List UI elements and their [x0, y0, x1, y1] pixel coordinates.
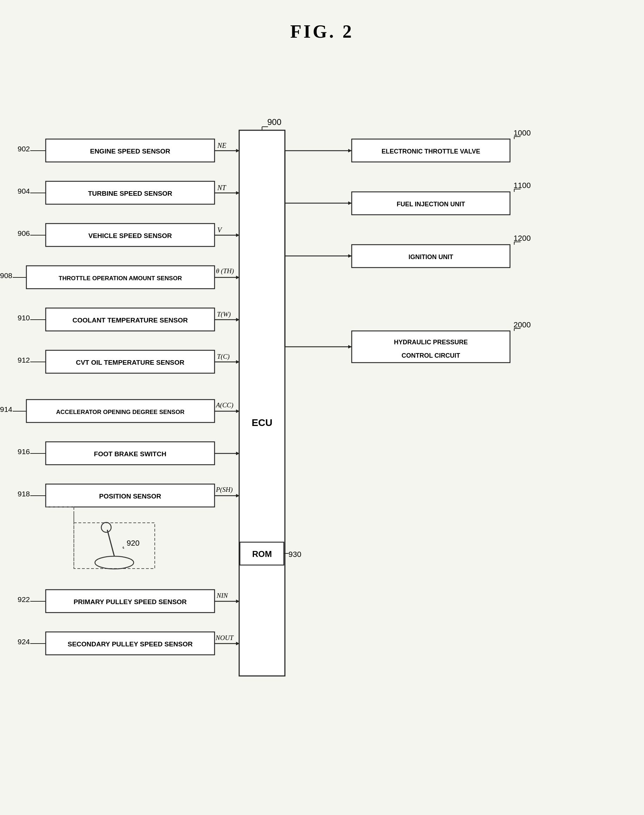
sensor-906-label: VEHICLE SPEED SENSOR — [88, 232, 172, 239]
sensor-924-id: 924 — [18, 638, 30, 646]
sensor-910-label: COOLANT TEMPERATURE SENSOR — [72, 317, 188, 324]
signal-tw: T(W) — [217, 311, 231, 318]
signal-acc: A(CC) — [215, 401, 233, 409]
signal-nt: NT — [217, 184, 227, 192]
sensor-904-label: TURBINE SPEED SENSOR — [88, 190, 172, 197]
output-2000-label-2: CONTROL CIRCUIT — [402, 352, 460, 359]
rom-number: 930 — [288, 550, 301, 559]
output-1100-label: FUEL INJECTION UNIT — [397, 201, 465, 208]
signal-th: θ (TH) — [216, 267, 234, 275]
output-2000-label-1: HYDRAULIC PRESSURE — [394, 339, 468, 346]
svg-rect-0 — [239, 130, 285, 676]
figure-title: FIG. 2 — [0, 0, 644, 42]
sensor-910-id: 910 — [18, 314, 30, 322]
signal-nout: NOUT — [215, 634, 234, 641]
svg-marker-57 — [348, 149, 352, 152]
signal-psh: P(SH) — [216, 486, 233, 494]
sensor-916-id: 916 — [18, 447, 30, 455]
svg-marker-67 — [348, 254, 352, 258]
gear-shift-number: 920 — [127, 539, 140, 547]
svg-point-40 — [95, 556, 133, 569]
output-1000-id: 1000 — [514, 129, 531, 137]
svg-marker-72 — [348, 345, 352, 349]
sensor-918-label: POSITION SENSOR — [99, 492, 161, 500]
output-1100-id: 1100 — [514, 181, 531, 190]
svg-line-41 — [107, 530, 114, 556]
sensor-902-id: 902 — [18, 145, 30, 153]
signal-ne: NE — [217, 141, 227, 149]
sensor-912-id: 912 — [18, 356, 30, 364]
sensor-912-label: CVT OIL TEMPERATURE SENSOR — [76, 359, 185, 366]
sensor-902-label: ENGINE SPEED SENSOR — [90, 148, 170, 155]
ecu-label: ECU — [251, 417, 272, 428]
output-1200-id: 1200 — [514, 234, 531, 243]
rom-label: ROM — [252, 549, 272, 559]
sensor-922-id: 922 — [18, 595, 30, 603]
signal-nin: NIN — [216, 592, 228, 599]
sensor-922-label: PRIMARY PULLEY SPEED SENSOR — [74, 598, 187, 606]
ecu-number: 900 — [267, 117, 281, 127]
output-2000-id: 2000 — [514, 320, 531, 329]
sensor-908-label: THROTTLE OPERATION AMOUNT SENSOR — [59, 275, 182, 281]
svg-point-42 — [101, 523, 111, 532]
svg-marker-62 — [348, 201, 352, 205]
sensor-914-label: ACCELERATOR OPENING DEGREE SENSOR — [56, 409, 185, 415]
diagram-svg: ECU 900 ENGINE SPEED SENSOR 902 NE TURBI… — [0, 39, 644, 813]
output-1200-label: IGNITION UNIT — [409, 254, 453, 260]
sensor-906-id: 906 — [18, 229, 30, 237]
signal-tc: T(C) — [217, 353, 230, 360]
output-1000-label: ELECTRONIC THROTTLE VALVE — [382, 148, 480, 155]
sensor-918-id: 918 — [18, 490, 30, 498]
page: FIG. 2 ECU 900 ENGINE SPEED SENSOR 902 N… — [0, 0, 644, 815]
svg-rect-39 — [74, 523, 155, 569]
sensor-916-label: FOOT BRAKE SWITCH — [94, 450, 166, 458]
signal-v: V — [217, 226, 222, 234]
sensor-908-id: 908 — [0, 271, 12, 280]
sensor-914-id: 914 — [0, 405, 12, 413]
sensor-904-id: 904 — [18, 187, 30, 195]
sensor-924-label: SECONDARY PULLEY SPEED SENSOR — [67, 640, 193, 648]
